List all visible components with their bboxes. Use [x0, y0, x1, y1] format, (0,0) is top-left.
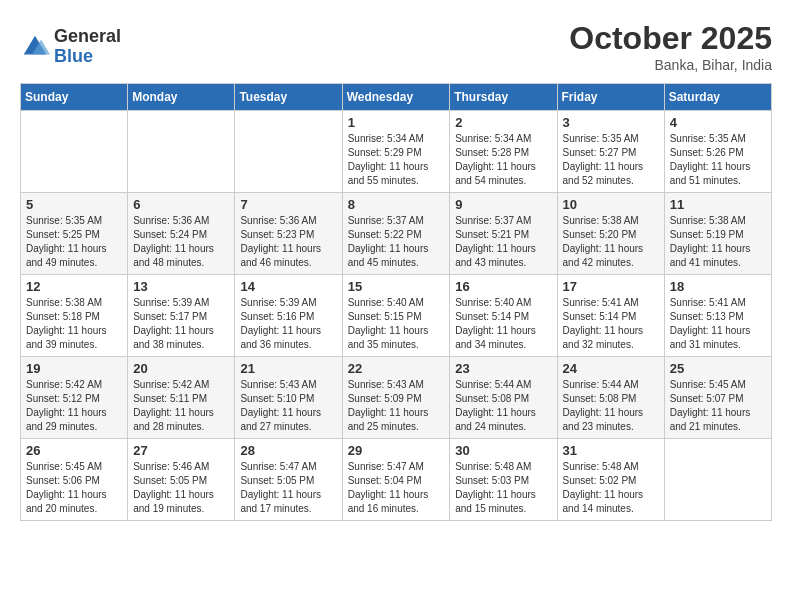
day-info: Sunrise: 5:47 AM Sunset: 5:05 PM Dayligh…	[240, 460, 336, 516]
weekday-header-wednesday: Wednesday	[342, 84, 450, 111]
weekday-header-sunday: Sunday	[21, 84, 128, 111]
calendar-cell: 31Sunrise: 5:48 AM Sunset: 5:02 PM Dayli…	[557, 439, 664, 521]
day-number: 2	[455, 115, 551, 130]
weekday-header-friday: Friday	[557, 84, 664, 111]
calendar-cell: 1Sunrise: 5:34 AM Sunset: 5:29 PM Daylig…	[342, 111, 450, 193]
day-info: Sunrise: 5:36 AM Sunset: 5:23 PM Dayligh…	[240, 214, 336, 270]
day-info: Sunrise: 5:36 AM Sunset: 5:24 PM Dayligh…	[133, 214, 229, 270]
calendar-cell: 6Sunrise: 5:36 AM Sunset: 5:24 PM Daylig…	[128, 193, 235, 275]
day-number: 5	[26, 197, 122, 212]
calendar-cell: 22Sunrise: 5:43 AM Sunset: 5:09 PM Dayli…	[342, 357, 450, 439]
day-info: Sunrise: 5:48 AM Sunset: 5:03 PM Dayligh…	[455, 460, 551, 516]
calendar-cell: 20Sunrise: 5:42 AM Sunset: 5:11 PM Dayli…	[128, 357, 235, 439]
day-number: 16	[455, 279, 551, 294]
calendar-cell: 3Sunrise: 5:35 AM Sunset: 5:27 PM Daylig…	[557, 111, 664, 193]
weekday-header-tuesday: Tuesday	[235, 84, 342, 111]
day-info: Sunrise: 5:38 AM Sunset: 5:19 PM Dayligh…	[670, 214, 766, 270]
day-number: 1	[348, 115, 445, 130]
day-number: 24	[563, 361, 659, 376]
day-info: Sunrise: 5:35 AM Sunset: 5:27 PM Dayligh…	[563, 132, 659, 188]
day-number: 26	[26, 443, 122, 458]
day-info: Sunrise: 5:38 AM Sunset: 5:20 PM Dayligh…	[563, 214, 659, 270]
calendar-cell: 26Sunrise: 5:45 AM Sunset: 5:06 PM Dayli…	[21, 439, 128, 521]
calendar-week-3: 12Sunrise: 5:38 AM Sunset: 5:18 PM Dayli…	[21, 275, 772, 357]
day-number: 17	[563, 279, 659, 294]
day-info: Sunrise: 5:40 AM Sunset: 5:15 PM Dayligh…	[348, 296, 445, 352]
day-number: 31	[563, 443, 659, 458]
calendar-cell: 11Sunrise: 5:38 AM Sunset: 5:19 PM Dayli…	[664, 193, 771, 275]
day-info: Sunrise: 5:41 AM Sunset: 5:14 PM Dayligh…	[563, 296, 659, 352]
calendar-week-1: 1Sunrise: 5:34 AM Sunset: 5:29 PM Daylig…	[21, 111, 772, 193]
weekday-header-monday: Monday	[128, 84, 235, 111]
calendar-cell: 24Sunrise: 5:44 AM Sunset: 5:08 PM Dayli…	[557, 357, 664, 439]
day-info: Sunrise: 5:34 AM Sunset: 5:28 PM Dayligh…	[455, 132, 551, 188]
calendar-cell: 27Sunrise: 5:46 AM Sunset: 5:05 PM Dayli…	[128, 439, 235, 521]
day-info: Sunrise: 5:35 AM Sunset: 5:25 PM Dayligh…	[26, 214, 122, 270]
calendar-cell	[664, 439, 771, 521]
calendar-cell: 4Sunrise: 5:35 AM Sunset: 5:26 PM Daylig…	[664, 111, 771, 193]
calendar-cell	[21, 111, 128, 193]
day-info: Sunrise: 5:44 AM Sunset: 5:08 PM Dayligh…	[563, 378, 659, 434]
calendar-cell: 12Sunrise: 5:38 AM Sunset: 5:18 PM Dayli…	[21, 275, 128, 357]
calendar-week-4: 19Sunrise: 5:42 AM Sunset: 5:12 PM Dayli…	[21, 357, 772, 439]
title-block: October 2025 Banka, Bihar, India	[569, 20, 772, 73]
day-number: 23	[455, 361, 551, 376]
calendar-cell: 21Sunrise: 5:43 AM Sunset: 5:10 PM Dayli…	[235, 357, 342, 439]
day-number: 13	[133, 279, 229, 294]
day-number: 12	[26, 279, 122, 294]
day-number: 22	[348, 361, 445, 376]
calendar-cell: 16Sunrise: 5:40 AM Sunset: 5:14 PM Dayli…	[450, 275, 557, 357]
calendar-cell: 15Sunrise: 5:40 AM Sunset: 5:15 PM Dayli…	[342, 275, 450, 357]
calendar-week-5: 26Sunrise: 5:45 AM Sunset: 5:06 PM Dayli…	[21, 439, 772, 521]
calendar-cell: 30Sunrise: 5:48 AM Sunset: 5:03 PM Dayli…	[450, 439, 557, 521]
day-info: Sunrise: 5:41 AM Sunset: 5:13 PM Dayligh…	[670, 296, 766, 352]
day-info: Sunrise: 5:40 AM Sunset: 5:14 PM Dayligh…	[455, 296, 551, 352]
calendar-cell: 2Sunrise: 5:34 AM Sunset: 5:28 PM Daylig…	[450, 111, 557, 193]
day-number: 11	[670, 197, 766, 212]
calendar-cell: 17Sunrise: 5:41 AM Sunset: 5:14 PM Dayli…	[557, 275, 664, 357]
calendar-week-2: 5Sunrise: 5:35 AM Sunset: 5:25 PM Daylig…	[21, 193, 772, 275]
day-number: 7	[240, 197, 336, 212]
day-number: 4	[670, 115, 766, 130]
day-number: 10	[563, 197, 659, 212]
day-info: Sunrise: 5:45 AM Sunset: 5:06 PM Dayligh…	[26, 460, 122, 516]
calendar-cell: 8Sunrise: 5:37 AM Sunset: 5:22 PM Daylig…	[342, 193, 450, 275]
day-info: Sunrise: 5:39 AM Sunset: 5:17 PM Dayligh…	[133, 296, 229, 352]
day-info: Sunrise: 5:45 AM Sunset: 5:07 PM Dayligh…	[670, 378, 766, 434]
calendar-cell	[235, 111, 342, 193]
logo-general: General	[54, 27, 121, 47]
day-number: 28	[240, 443, 336, 458]
calendar-cell: 10Sunrise: 5:38 AM Sunset: 5:20 PM Dayli…	[557, 193, 664, 275]
weekday-header-thursday: Thursday	[450, 84, 557, 111]
day-number: 8	[348, 197, 445, 212]
day-info: Sunrise: 5:42 AM Sunset: 5:12 PM Dayligh…	[26, 378, 122, 434]
calendar-cell: 23Sunrise: 5:44 AM Sunset: 5:08 PM Dayli…	[450, 357, 557, 439]
day-number: 29	[348, 443, 445, 458]
calendar-cell: 29Sunrise: 5:47 AM Sunset: 5:04 PM Dayli…	[342, 439, 450, 521]
month-title: October 2025	[569, 20, 772, 57]
weekday-header-row: SundayMondayTuesdayWednesdayThursdayFrid…	[21, 84, 772, 111]
day-info: Sunrise: 5:47 AM Sunset: 5:04 PM Dayligh…	[348, 460, 445, 516]
day-info: Sunrise: 5:34 AM Sunset: 5:29 PM Dayligh…	[348, 132, 445, 188]
calendar-cell: 25Sunrise: 5:45 AM Sunset: 5:07 PM Dayli…	[664, 357, 771, 439]
day-info: Sunrise: 5:43 AM Sunset: 5:10 PM Dayligh…	[240, 378, 336, 434]
calendar-cell: 18Sunrise: 5:41 AM Sunset: 5:13 PM Dayli…	[664, 275, 771, 357]
calendar-cell	[128, 111, 235, 193]
calendar-cell: 9Sunrise: 5:37 AM Sunset: 5:21 PM Daylig…	[450, 193, 557, 275]
calendar-cell: 7Sunrise: 5:36 AM Sunset: 5:23 PM Daylig…	[235, 193, 342, 275]
page-header: General Blue October 2025 Banka, Bihar, …	[20, 20, 772, 73]
day-info: Sunrise: 5:46 AM Sunset: 5:05 PM Dayligh…	[133, 460, 229, 516]
day-info: Sunrise: 5:38 AM Sunset: 5:18 PM Dayligh…	[26, 296, 122, 352]
logo-icon	[20, 32, 50, 62]
day-number: 30	[455, 443, 551, 458]
day-number: 19	[26, 361, 122, 376]
logo-blue: Blue	[54, 47, 121, 67]
day-info: Sunrise: 5:39 AM Sunset: 5:16 PM Dayligh…	[240, 296, 336, 352]
day-number: 9	[455, 197, 551, 212]
calendar-cell: 13Sunrise: 5:39 AM Sunset: 5:17 PM Dayli…	[128, 275, 235, 357]
day-info: Sunrise: 5:37 AM Sunset: 5:22 PM Dayligh…	[348, 214, 445, 270]
day-number: 27	[133, 443, 229, 458]
logo-text: General Blue	[54, 27, 121, 67]
day-number: 20	[133, 361, 229, 376]
calendar-table: SundayMondayTuesdayWednesdayThursdayFrid…	[20, 83, 772, 521]
